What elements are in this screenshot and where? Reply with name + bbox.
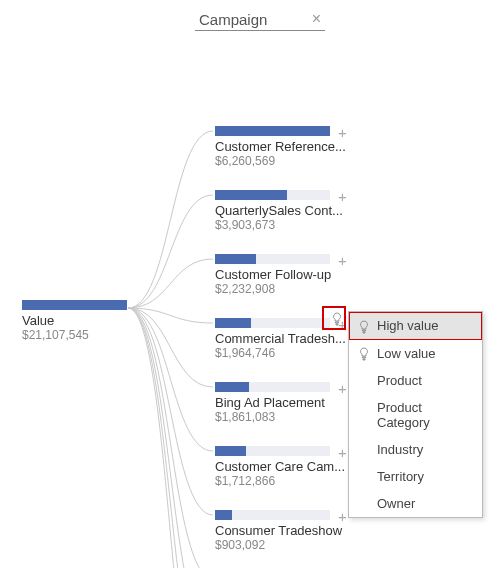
node-label: Commercial Tradesh... xyxy=(215,331,355,346)
node-label: Consumer Tradeshow xyxy=(215,523,355,538)
child-node[interactable]: +Customer Care Cam...$1,712,866 xyxy=(215,446,360,488)
node-label: Customer Follow-up xyxy=(215,267,355,282)
breadcrumb: Campaign × xyxy=(195,10,325,31)
root-node: Value $21,107,545 xyxy=(22,300,152,342)
node-label: Customer Reference... xyxy=(215,139,355,154)
bar xyxy=(215,510,330,520)
menu-item[interactable]: Product xyxy=(349,367,482,394)
menu-item[interactable]: Product Category xyxy=(349,394,482,436)
node-value: $1,712,866 xyxy=(215,474,360,488)
node-label: Bing Ad Placement xyxy=(215,395,355,410)
child-node[interactable]: +Consumer Tradeshow$903,092 xyxy=(215,510,360,552)
bar xyxy=(215,446,330,456)
root-bar xyxy=(22,300,127,310)
expand-icon[interactable]: + xyxy=(338,512,347,522)
menu-item-label: Industry xyxy=(377,442,423,457)
bar xyxy=(215,382,330,392)
menu-item[interactable]: Owner xyxy=(349,490,482,517)
node-value: $903,092 xyxy=(215,538,360,552)
menu-item-label: Territory xyxy=(377,469,424,484)
menu-item[interactable]: High value xyxy=(349,312,482,340)
bar xyxy=(215,254,330,264)
lightbulb-icon xyxy=(357,346,371,362)
child-node[interactable]: +QuarterlySales Cont...$3,903,673 xyxy=(215,190,360,232)
bar xyxy=(215,318,330,328)
child-node[interactable]: +Customer Follow-up$2,232,908 xyxy=(215,254,360,296)
expand-icon[interactable]: + xyxy=(338,192,347,202)
menu-item[interactable]: Territory xyxy=(349,463,482,490)
child-node[interactable]: +Bing Ad Placement$1,861,083 xyxy=(215,382,360,424)
node-value: $1,964,746 xyxy=(215,346,360,360)
expand-icon[interactable]: + xyxy=(338,128,347,138)
child-node[interactable]: +Customer Reference...$6,260,569 xyxy=(215,126,360,168)
menu-item-label: Product Category xyxy=(377,400,474,430)
lightbulb-icon xyxy=(357,318,371,334)
node-value: $6,260,569 xyxy=(215,154,360,168)
bar xyxy=(215,190,330,200)
node-value: $2,232,908 xyxy=(215,282,360,296)
expand-icon[interactable]: + xyxy=(338,448,347,458)
root-value: $21,107,545 xyxy=(22,328,152,342)
close-icon[interactable]: × xyxy=(312,10,321,28)
menu-item[interactable]: Low value xyxy=(349,340,482,368)
node-label: Customer Care Cam... xyxy=(215,459,355,474)
node-value: $1,861,083 xyxy=(215,410,360,424)
context-menu: High valueLow valueProductProduct Catego… xyxy=(348,311,483,518)
column-title: Campaign xyxy=(199,11,267,28)
menu-item-label: Low value xyxy=(377,346,436,361)
bar xyxy=(215,126,330,136)
lightbulb-icon[interactable] xyxy=(331,312,343,329)
menu-item[interactable]: Industry xyxy=(349,436,482,463)
menu-item-label: Product xyxy=(377,373,422,388)
expand-icon[interactable]: + xyxy=(338,384,347,394)
menu-item-label: High value xyxy=(377,318,438,333)
expand-icon[interactable]: + xyxy=(338,256,347,266)
node-value: $3,903,673 xyxy=(215,218,360,232)
node-label: QuarterlySales Cont... xyxy=(215,203,355,218)
root-label: Value xyxy=(22,313,152,328)
menu-item-label: Owner xyxy=(377,496,415,511)
